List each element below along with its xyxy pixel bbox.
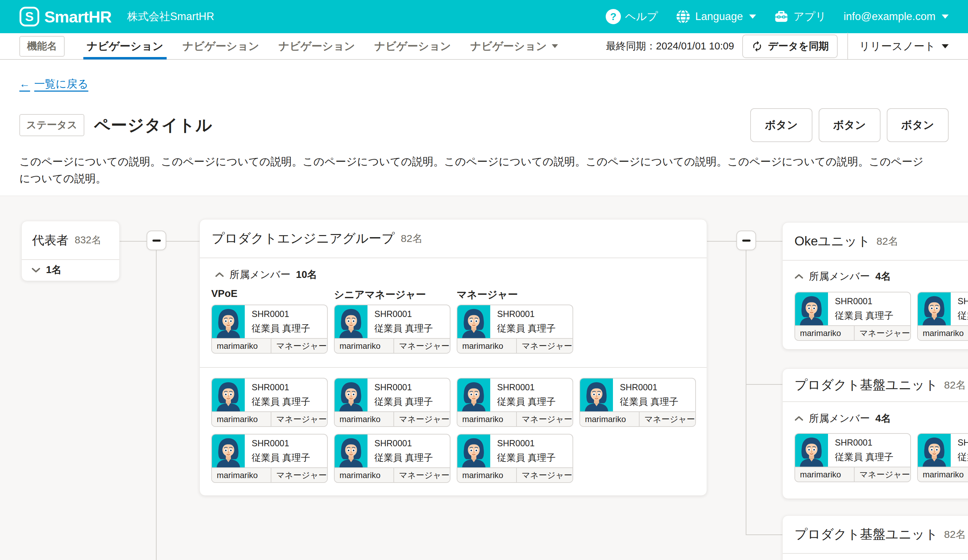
help-link[interactable]: ? ヘルプ — [606, 9, 658, 24]
member-card[interactable]: SHR0001 従業員 真理子 marimariko マネージャー — [457, 378, 573, 427]
node-header: Okeユニット 82名 — [783, 223, 968, 261]
member-card[interactable]: SHR0001 従業員 真理子 marimariko マネージャー — [211, 378, 328, 427]
collapse-button[interactable] — [736, 230, 756, 250]
member-username: marimariko — [795, 326, 854, 340]
language-menu[interactable]: Language — [675, 8, 756, 25]
employee-name: 従業員 真理子 — [252, 396, 310, 408]
employee-code: SHR0001 — [620, 382, 679, 393]
member-avatar — [212, 379, 245, 411]
member-card-footer: marimariko マネージャー — [580, 411, 695, 426]
member-avatar — [457, 305, 490, 338]
page-description: このページについての説明。このページについての説明。このページについての説明。こ… — [19, 154, 932, 187]
back-row: ← 一覧に戻る — [19, 77, 88, 91]
nav-tab-2[interactable]: ナビゲーション — [173, 33, 269, 60]
member-card[interactable]: SHR0001 従業員 真理子 marimariko マネージャー — [211, 305, 328, 354]
member-info: SHR0001 従業員 真理子 — [951, 292, 968, 325]
member-role: マネージャー — [271, 412, 327, 426]
member-username: marimariko — [918, 326, 968, 340]
member-card-top: SHR0001 従業員 真理子 — [918, 292, 968, 325]
member-avatar — [335, 305, 368, 338]
node-header: プロダクト基盤ユニット 82名 — [783, 516, 968, 554]
member-card[interactable]: SHR0001 従業員 真理子 marimariko マネージャー — [211, 434, 328, 483]
member-card[interactable]: SHR0001 従業員 真理子 marimariko マネージャー — [457, 434, 573, 483]
sync-data-button[interactable]: データを同期 — [742, 35, 838, 58]
org-node-kiban-unit-1[interactable]: プロダクト基盤ユニット 82名 所属メンバー 4名 — [782, 368, 968, 499]
apps-link[interactable]: アプリ — [773, 8, 826, 25]
employee-code: SHR0001 — [958, 296, 968, 306]
nav-tab-5[interactable]: ナビゲーション — [461, 33, 567, 60]
employee-name: 従業員 真理子 — [252, 451, 310, 464]
member-username: marimariko — [212, 412, 271, 426]
member-card[interactable]: SHR0001 従業員 真理子 marimariko マネージャー — [334, 378, 451, 427]
employee-name: 従業員 真理子 — [835, 451, 893, 463]
member-username: marimariko — [795, 467, 854, 482]
nav-tab-label: ナビゲーション — [278, 39, 355, 54]
action-button-1[interactable]: ボタン — [750, 108, 812, 142]
org-node-group[interactable]: プロダクトエンジニアグループ 82名 所属メンバー 10名 VPoE シニアマネ… — [199, 219, 707, 496]
members-toggle[interactable]: 所属メンバー 4名 — [794, 412, 891, 426]
org-node-kiban-unit-2[interactable]: プロダクト基盤ユニット 82名 — [782, 515, 968, 560]
member-card-footer: marimariko マネージャー — [918, 467, 968, 482]
page-header: ステータス ページタイトル ボタン ボタン ボタン — [19, 107, 949, 143]
account-menu[interactable]: info@example.com — [844, 10, 949, 23]
help-icon: ? — [606, 9, 621, 24]
member-avatar — [918, 434, 951, 467]
node-header: プロダクトエンジニアグループ 82名 — [200, 220, 707, 258]
member-card[interactable]: SHR0001 従業員 真理子 marimariko マネージャー — [917, 292, 968, 341]
member-card[interactable]: SHR0001 従業員 真理子 marimariko マネージャー — [794, 292, 911, 341]
member-card[interactable]: SHR0001 従業員 真理子 marimariko マネージャー — [794, 433, 911, 482]
role-title: シニアマネージャー — [334, 288, 451, 302]
employee-code: SHR0001 — [958, 437, 968, 448]
employee-name: 従業員 真理子 — [497, 451, 556, 464]
member-avatar — [918, 292, 951, 325]
node-title: Okeユニット — [794, 233, 870, 250]
globe-icon — [675, 8, 691, 25]
nav-tab-label: ナビゲーション — [87, 39, 163, 54]
member-card[interactable]: SHR0001 従業員 真理子 marimariko マネージャー — [457, 305, 573, 354]
org-node-root[interactable]: 代表者 832名 1名 — [22, 221, 119, 281]
minus-icon — [152, 240, 161, 242]
node-title: プロダクト基盤ユニット — [794, 376, 938, 394]
chevron-down-icon — [749, 15, 756, 19]
member-username: marimariko — [457, 339, 516, 353]
member-card[interactable]: SHR0001 従業員 真理子 marimariko マネージャー — [334, 434, 451, 483]
members-count: 4名 — [875, 270, 891, 283]
back-link[interactable]: ← 一覧に戻る — [19, 77, 88, 91]
employee-name: 従業員 真理子 — [958, 451, 968, 463]
expand-toggle[interactable]: 1名 — [22, 260, 119, 280]
back-arrow-icon: ← — [19, 78, 30, 90]
member-card-footer: marimariko マネージャー — [795, 325, 910, 340]
nav-tabs: ナビゲーション ナビゲーション ナビゲーション ナビゲーション ナビゲーション — [77, 33, 568, 60]
members-label: 所属メンバー — [809, 412, 870, 426]
employee-name: 従業員 真理子 — [835, 310, 893, 322]
navbar: 機能名 ナビゲーション ナビゲーション ナビゲーション ナビゲーション ナビゲー… — [0, 33, 968, 60]
action-button-2[interactable]: ボタン — [819, 108, 880, 142]
member-cards-row: SHR0001 従業員 真理子 marimariko マネージャー — [211, 434, 573, 483]
member-card[interactable]: SHR0001 従業員 真理子 marimariko マネージャー — [334, 305, 451, 354]
smarthr-org-chart-screen: S SmartHR 株式会社SmartHR ? ヘルプ Language — [0, 0, 968, 560]
member-card-footer: marimariko マネージャー — [795, 467, 910, 482]
member-cards-row: SHR0001 従業員 真理子 marimariko マネージャー — [211, 378, 696, 427]
nav-tab-4[interactable]: ナビゲーション — [365, 33, 461, 60]
connector-line — [746, 384, 782, 385]
nav-tab-1[interactable]: ナビゲーション — [77, 33, 173, 60]
employee-code: SHR0001 — [252, 438, 310, 448]
node-member-count: 82名 — [944, 527, 966, 542]
nav-tab-3[interactable]: ナビゲーション — [269, 33, 365, 60]
member-info: SHR0001 従業員 真理子 — [245, 379, 310, 411]
member-username: marimariko — [212, 468, 271, 482]
org-node-oke-unit[interactable]: Okeユニット 82名 所属メンバー 4名 — [782, 222, 968, 350]
action-button-3[interactable]: ボタン — [887, 108, 949, 142]
member-card[interactable]: SHR0001 従業員 真理子 marimariko マネージャー — [579, 378, 696, 427]
members-toggle[interactable]: 所属メンバー 4名 — [794, 270, 891, 283]
employee-code: SHR0001 — [497, 309, 556, 319]
member-cards-row: SHR0001 従業員 真理子 marimariko マネージャー — [794, 292, 968, 341]
member-role: マネージャー — [271, 468, 327, 482]
members-label: 所属メンバー — [809, 270, 870, 283]
members-toggle[interactable]: 所属メンバー 10名 — [215, 268, 317, 282]
collapse-button[interactable] — [147, 230, 166, 250]
member-card[interactable]: SHR0001 従業員 真理子 marimariko マネージャー — [917, 433, 968, 482]
release-notes-button[interactable]: リリースノート — [848, 39, 968, 54]
member-card-footer: marimariko マネージャー — [457, 467, 572, 482]
company-name: 株式会社SmartHR — [127, 9, 214, 24]
